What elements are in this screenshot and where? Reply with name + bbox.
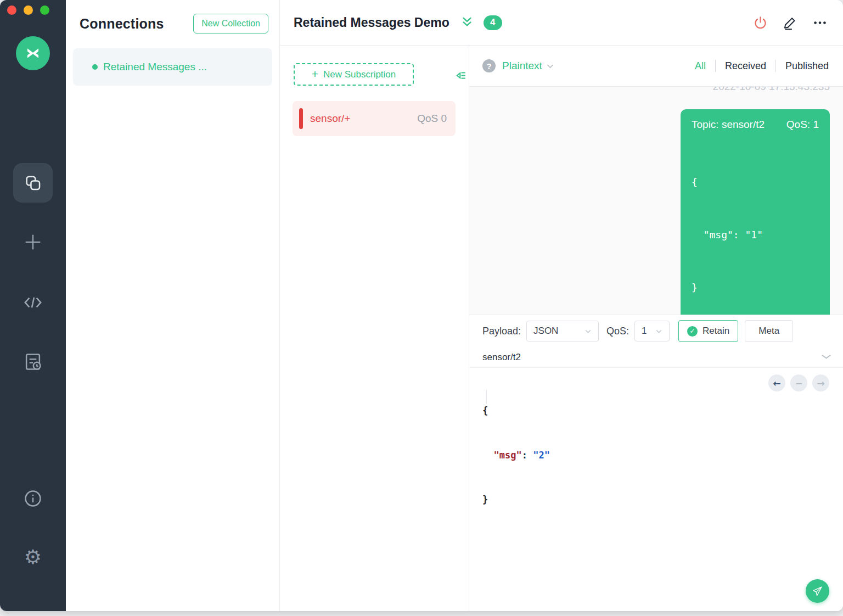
connections-title: Connections [80,16,164,32]
history-forward-button[interactable]: → [812,374,829,391]
expand-connection-details-button[interactable] [459,15,475,30]
editor-colon: : [522,450,533,461]
pencil-icon [783,15,797,30]
messages-filter-bar: ? Plaintext All Received Published [469,46,843,87]
editor-line: { [482,405,488,416]
subscription-color-bar [299,108,303,129]
connection-status-dot [92,64,98,70]
payload-line: "msg": "1" [692,226,819,244]
connections-icon [24,173,42,192]
topic-history-dropdown[interactable] [820,352,833,363]
sidebar-item-settings[interactable]: ⚙ [0,547,66,567]
payload-view-mode-select[interactable]: Plaintext [502,60,554,72]
chevron-down-icon [585,328,592,335]
edit-connection-button[interactable] [783,15,797,30]
payload-label: Payload: [482,326,521,337]
gear-icon: ⚙ [24,547,42,567]
editor-json-key: "msg" [493,450,521,461]
editor-indent-guide [486,390,487,404]
editor-json-value: "2" [533,450,550,461]
sidebar-item-about[interactable] [0,488,66,509]
subscription-qos: QoS 0 [417,113,447,125]
chevron-down-icon [820,352,833,361]
plus-icon: + [312,68,318,81]
qos-label: QoS: [606,326,629,337]
messages-panel: ? Plaintext All Received Published 2022- [469,46,843,611]
more-options-button[interactable] [812,15,828,30]
message-bubble: Topic: sensor/t2 QoS: 1 { "msg": "1" } [681,109,830,315]
chevron-down-icon [546,62,554,70]
qos-select[interactable]: 1 [634,321,670,341]
main-panel: Retained Messages Demo 4 [280,0,843,611]
plus-icon [22,231,44,253]
chevron-down-icon [655,328,662,335]
retain-toggle-button[interactable]: ✓ Retain [678,320,738,342]
payload-line: { [692,173,819,191]
sidebar-item-script[interactable] [0,292,66,313]
mqttx-logo [16,36,50,70]
collapse-panel-icon [451,68,466,83]
retain-toggle-label: Retain [702,326,729,337]
view-mode-value: Plaintext [502,60,542,72]
double-chevron-down-icon [459,15,475,30]
tab-divider [775,60,776,72]
disconnect-button[interactable] [753,15,768,30]
qos-value: 1 [642,326,647,337]
check-circle-icon: ✓ [687,326,698,337]
minimize-window-button[interactable] [24,5,33,15]
send-message-button[interactable] [806,579,829,603]
editor-indent [482,450,493,461]
info-icon [23,488,43,509]
app-window: ⚙ Connections New Collection Retained Me… [0,0,843,611]
new-subscription-button[interactable]: + New Subscription [294,63,414,86]
connection-name: Retained Messages ... [103,61,207,73]
power-icon [753,15,768,30]
publish-topic-row: sensor/t2 [469,347,843,368]
connection-list-item[interactable]: Retained Messages ... [73,48,272,86]
window-controls [7,5,49,15]
payload-history-controls: ← − → [768,374,829,391]
message-topic: Topic: sensor/t2 [692,119,765,131]
history-remove-button[interactable]: − [790,374,807,391]
log-icon [23,351,43,372]
meta-button[interactable]: Meta [745,320,793,342]
send-icon [812,585,824,597]
sidebar-item-new-connection[interactable] [0,231,66,253]
tab-received[interactable]: Received [725,60,766,72]
subscription-item[interactable]: sensor/+ QoS 0 [293,101,456,136]
close-window-button[interactable] [7,5,16,15]
message-tabs: All Received Published [695,60,829,72]
connection-header: Retained Messages Demo 4 [280,0,843,46]
message-count-badge: 4 [484,15,502,30]
sidebar-item-connections[interactable] [13,163,53,203]
tab-all[interactable]: All [695,60,706,72]
subscription-topic: sensor/+ [310,113,350,125]
publish-toolbar: Payload: JSON QoS: 1 ✓ Retain Meta [469,315,843,347]
tab-published[interactable]: Published [785,60,829,72]
payload-editor[interactable]: { "msg": "2" } ← − → [469,368,843,611]
code-icon [22,292,44,313]
history-back-button[interactable]: ← [768,374,785,391]
message-timestamp: 2022-10-09 17:15:43:235 [482,87,830,93]
published-message: Topic: sensor/t2 QoS: 1 { "msg": "1" } 2… [482,109,830,315]
ellipsis-icon [812,15,828,30]
zoom-window-button[interactable] [40,5,49,15]
publish-topic-input[interactable]: sensor/t2 [482,352,521,363]
editor-line: } [482,494,488,505]
app-sidebar: ⚙ [0,0,66,611]
collapse-subscriptions-button[interactable] [451,68,466,83]
help-icon[interactable]: ? [482,59,496,72]
message-qos: QoS: 1 [786,119,819,131]
sidebar-item-log[interactable] [0,351,66,372]
new-subscription-label: New Subscription [323,69,396,80]
tab-divider [715,60,716,72]
payload-format-value: JSON [533,326,558,337]
payload-line: } [692,279,819,296]
message-list: 2022-10-09 17:15:43:235 Topic: sensor/t2… [469,87,843,315]
connections-panel: Connections New Collection Retained Mess… [66,0,280,611]
new-collection-button[interactable]: New Collection [193,14,268,33]
subscriptions-panel: + New Subscription sensor/+ QoS 0 [280,46,469,611]
payload-format-select[interactable]: JSON [526,321,599,341]
connection-title: Retained Messages Demo [294,15,449,30]
